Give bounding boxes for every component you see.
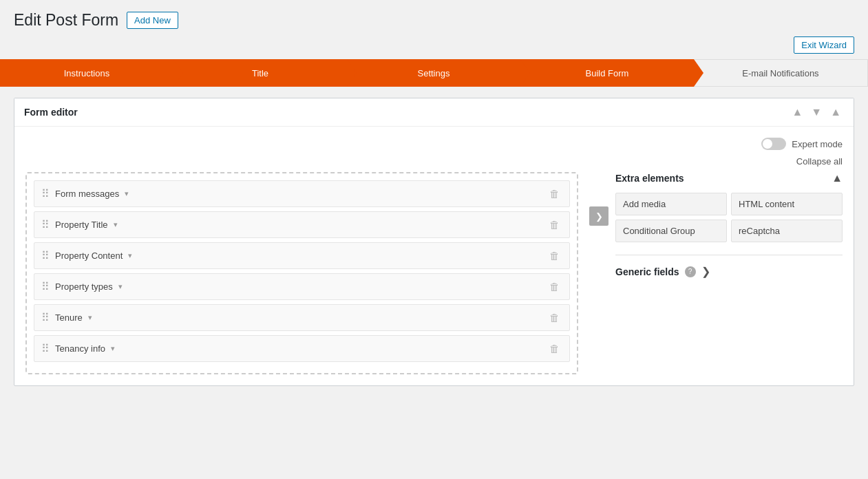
form-item-left: ⠿ Tenure ▾ [41, 311, 92, 324]
form-item-delete-button[interactable]: 🗑 [547, 187, 562, 201]
extra-element-recaptcha[interactable]: reCaptcha [731, 220, 843, 242]
form-items-container: ⠿ Form messages ▾ 🗑 ⠿ Property Title ▾ 🗑… [25, 172, 578, 374]
drag-handle[interactable]: ⠿ [41, 311, 50, 324]
wizard-steps: InstructionsTitleSettingsBuild FormE-mai… [0, 59, 868, 87]
expert-mode-toggle[interactable] [761, 138, 786, 150]
extra-elements-header: Extra elements ▲ [615, 172, 843, 184]
wizard-step-email_notifications[interactable]: E-mail Notifications [694, 59, 868, 87]
form-item-property-types: ⠿ Property types ▾ 🗑 [34, 273, 570, 300]
two-panel-layout: ⠿ Form messages ▾ 🗑 ⠿ Property Title ▾ 🗑… [25, 172, 843, 374]
extra-element-add-media[interactable]: Add media [615, 193, 727, 215]
collapse-down-button[interactable]: ▼ [808, 105, 825, 119]
divider [615, 255, 843, 255]
form-item-left: ⠿ Form messages ▾ [41, 187, 129, 200]
form-item-label: Form messages [55, 189, 119, 199]
generic-fields-title: Generic fields [615, 266, 679, 277]
extra-elements-grid: Add mediaHTML contentConditional Groupre… [615, 193, 843, 242]
form-item-label: Property types [55, 281, 113, 292]
form-editor-header: Form editor ▲ ▼ ▲ [14, 98, 854, 127]
add-new-button[interactable]: Add New [127, 12, 178, 29]
form-editor-card: Form editor ▲ ▼ ▲ Expert mode [14, 98, 854, 386]
form-item-dropdown-arrow[interactable]: ▾ [128, 251, 132, 260]
form-item-delete-button[interactable]: 🗑 [547, 341, 562, 356]
extra-elements-title: Extra elements [615, 173, 684, 184]
extra-panel: Extra elements ▲ Add mediaHTML contentCo… [615, 172, 843, 374]
drag-handle[interactable]: ⠿ [41, 280, 50, 293]
wizard-step-title[interactable]: Title [173, 59, 347, 87]
form-item-dropdown-arrow[interactable]: ▾ [111, 344, 115, 353]
page-title: Edit Post Form [14, 11, 118, 30]
form-item-delete-button[interactable]: 🗑 [547, 217, 562, 232]
exit-wizard-area: Exit Wizard [0, 36, 868, 59]
form-item-label: Property Content [55, 251, 123, 261]
page-header: Edit Post Form Add New [0, 0, 868, 36]
form-item-left: ⠿ Property Content ▾ [41, 249, 132, 262]
drag-handle[interactable]: ⠿ [41, 342, 50, 355]
form-item-tenancy-info: ⠿ Tenancy info ▾ 🗑 [34, 335, 570, 362]
generic-fields-chevron[interactable]: ❯ [701, 265, 710, 278]
extra-elements-chevron[interactable]: ▲ [832, 172, 843, 184]
exit-wizard-button[interactable]: Exit Wizard [794, 36, 854, 54]
extra-element-conditional-group[interactable]: Conditional Group [615, 220, 727, 242]
expert-mode-label: Expert mode [792, 139, 843, 149]
form-item-form-messages: ⠿ Form messages ▾ 🗑 [34, 180, 570, 207]
form-item-delete-button[interactable]: 🗑 [547, 310, 562, 325]
form-editor-body: Expert mode Collapse all ⠿ Form messages [14, 127, 854, 385]
form-editor-title: Form editor [24, 107, 78, 118]
extra-element-html-content[interactable]: HTML content [731, 193, 843, 215]
help-icon[interactable]: ? [685, 266, 696, 277]
form-editor-layout: Expert mode Collapse all ⠿ Form messages [25, 138, 843, 374]
form-item-left: ⠿ Property types ▾ [41, 280, 123, 293]
generic-fields-header: Generic fields ? ❯ [615, 265, 843, 278]
form-item-dropdown-arrow[interactable]: ▾ [125, 189, 129, 198]
wizard-step-build_form[interactable]: Build Form [520, 59, 694, 87]
wizard-step-settings[interactable]: Settings [347, 59, 520, 87]
form-item-left: ⠿ Property Title ▾ [41, 218, 118, 231]
form-item-property-title: ⠿ Property Title ▾ 🗑 [34, 211, 570, 238]
form-item-property-content: ⠿ Property Content ▾ 🗑 [34, 242, 570, 269]
form-item-label: Property Title [55, 220, 108, 230]
drag-handle[interactable]: ⠿ [41, 249, 50, 262]
toggle-panel-button[interactable]: ▲ [827, 105, 844, 119]
form-item-dropdown-arrow[interactable]: ▾ [88, 313, 92, 322]
form-item-dropdown-arrow[interactable]: ▾ [114, 220, 118, 229]
form-items-panel: ⠿ Form messages ▾ 🗑 ⠿ Property Title ▾ 🗑… [25, 172, 589, 374]
wizard-step-instructions[interactable]: Instructions [0, 59, 173, 87]
drag-handle[interactable]: ⠿ [41, 187, 50, 200]
drag-handle[interactable]: ⠿ [41, 218, 50, 231]
panel-expand-button[interactable]: ❯ [589, 206, 608, 226]
main-content: Form editor ▲ ▼ ▲ Expert mode [0, 87, 868, 397]
form-item-dropdown-arrow[interactable]: ▾ [118, 282, 123, 291]
form-item-label: Tenancy info [55, 343, 105, 354]
collapse-up-button[interactable]: ▲ [789, 105, 805, 119]
expert-mode-area: Expert mode [761, 138, 843, 150]
form-item-tenure: ⠿ Tenure ▾ 🗑 [34, 304, 570, 331]
header-controls: ▲ ▼ ▲ [789, 105, 844, 119]
form-item-left: ⠿ Tenancy info ▾ [41, 342, 115, 355]
form-item-label: Tenure [55, 312, 83, 323]
collapse-all-link[interactable]: Collapse all [796, 156, 843, 167]
form-item-delete-button[interactable]: 🗑 [547, 248, 562, 263]
form-item-delete-button[interactable]: 🗑 [547, 279, 562, 294]
